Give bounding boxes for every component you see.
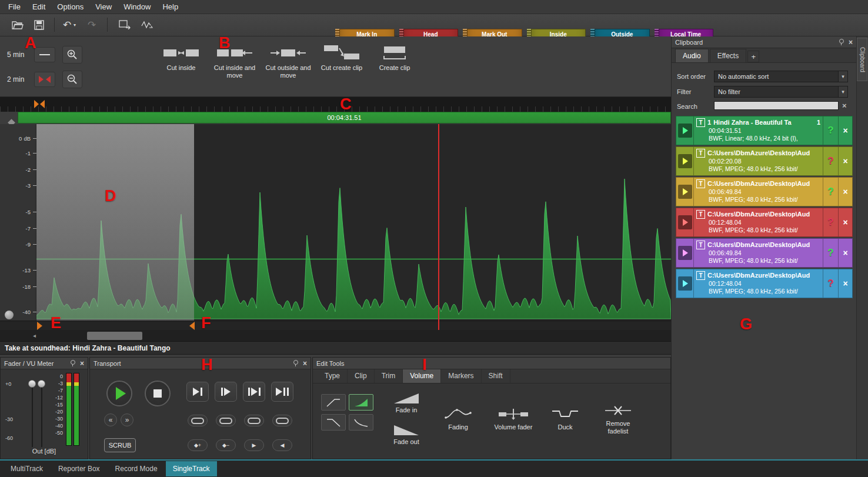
tab-effects[interactable]: Effects [710,49,746,62]
fade-out-button[interactable]: Fade out [383,420,430,451]
entry-delete-icon[interactable]: × [838,147,852,175]
menu-options[interactable]: Options [51,0,89,14]
sort-order-dropdown[interactable]: No automatic sort ▾ [714,71,848,82]
mark-in-handle-icon[interactable] [37,322,42,330]
prelisten-icon[interactable]: ? [823,239,838,267]
loop-button-2[interactable] [216,415,236,426]
tab-type[interactable]: Type [318,369,348,383]
cut-outside-and-move-button[interactable]: Cut outside and move [262,39,315,95]
entry-delete-icon[interactable]: × [838,239,852,267]
clipboard-entry-4[interactable]: TC:\Users\DbmAzure\Desktop\Aud 00:12:48.… [676,208,853,237]
loop-button-3[interactable] [244,415,264,426]
tab-multitrack[interactable]: MultiTrack [4,461,50,476]
scroll-left-arrow-icon[interactable]: ◂ [33,332,36,339]
cut-inside-button[interactable]: Cut inside [155,39,208,95]
menu-view[interactable]: View [89,0,118,14]
soundhead-marker-icon[interactable] [34,99,45,109]
prelisten-icon[interactable]: ? [823,116,838,145]
clipboard-dock-tab[interactable]: Clipboard [857,38,867,81]
zoom-out-button[interactable] [62,71,82,88]
entry-delete-icon[interactable]: × [838,208,852,236]
playhead-cursor[interactable] [438,124,439,330]
cut-inside-and-move-button[interactable]: Cut inside and move [208,39,261,95]
tab-markers[interactable]: Markers [441,369,481,383]
entry-play-button[interactable] [676,178,694,206]
clipboard-entry-6[interactable]: TC:\Users\DbmAzure\Desktop\Aud 00:12:48.… [676,269,853,298]
play-button[interactable] [106,381,132,406]
mark-out-handle-icon[interactable] [189,322,195,330]
fade-in-linear-button[interactable] [321,394,346,411]
forward-button[interactable]: » [121,413,133,426]
scrub-button[interactable]: SCRUB [104,438,136,452]
tab-record-mode[interactable]: Record Mode [108,461,165,476]
remove-fadelist-button[interactable]: Remove fadelist [591,390,645,449]
loop-button-4[interactable] [272,415,292,426]
clipboard-entry-1[interactable]: T1Hindi Zahra - Beautiful Ta1 00:04:31.5… [676,116,853,145]
tab-audio[interactable]: Audio [675,49,709,62]
horizontal-scrollbar[interactable]: ◂ [0,330,671,342]
entry-play-button[interactable] [676,147,694,175]
entry-play-button[interactable] [676,116,694,145]
timeline-ruler[interactable] [0,97,671,112]
play-over-mark-button[interactable] [243,382,265,402]
add-marker-button[interactable]: ◆+ [188,439,208,451]
fader-track[interactable] [41,382,42,447]
filter-dropdown[interactable]: No filter ▾ [714,86,848,98]
close-icon[interactable]: × [303,360,307,367]
add-tab-button[interactable]: + [747,51,759,62]
clipboard-entry-3[interactable]: TC:\Users\DbmAzure\Desktop\Aud 00:06:49.… [676,177,853,206]
fade-in-button[interactable]: Fade in [383,388,430,419]
volume-fader-button[interactable]: Volume fader [488,390,539,449]
rewind-button[interactable]: « [104,413,117,426]
entry-delete-icon[interactable]: × [838,116,852,145]
tab-reporter-box[interactable]: Reporter Box [51,461,107,476]
fader-track[interactable] [32,382,33,447]
prelisten-icon[interactable]: ? [823,269,838,298]
position-bar[interactable]: 00:04:31.51 [18,112,671,124]
prelisten-icon[interactable]: ? [823,178,838,206]
close-icon[interactable]: × [849,39,853,46]
selection-region[interactable] [36,124,194,321]
create-clip-button[interactable]: Create clip [368,39,421,95]
zoom-preset-5min[interactable]: 5 min [7,51,24,59]
step-back-button[interactable]: ◀ [272,439,292,451]
entry-play-button[interactable] [676,239,694,267]
step-forward-button[interactable]: ▶ [244,439,264,451]
menu-help[interactable]: Help [156,0,184,14]
entry-delete-icon[interactable]: × [838,178,852,206]
fader-knob-left[interactable] [28,380,36,388]
fading-button[interactable]: Fading [433,390,483,449]
tab-singletrack[interactable]: SingleTrack [166,461,217,476]
stop-button[interactable] [145,381,171,406]
entry-delete-icon[interactable]: × [838,269,852,298]
play-from-mark-button[interactable] [215,382,237,402]
undo-dropdown-icon[interactable]: ▾ [71,16,78,33]
save-icon[interactable] [31,16,47,33]
zoom-in-button[interactable] [62,46,82,64]
close-icon[interactable]: × [80,360,84,367]
tab-clip[interactable]: Clip [348,369,375,383]
duck-button[interactable]: Duck [544,390,586,449]
signal-edit-icon[interactable] [139,16,155,33]
play-to-mark-button[interactable] [186,382,209,402]
export-image-icon[interactable] [116,16,133,33]
menu-file[interactable]: File [2,0,26,14]
menu-edit[interactable]: Edit [26,0,51,14]
entry-play-button[interactable] [676,269,694,298]
flat-line-tool-button[interactable] [34,47,55,62]
prelisten-icon[interactable]: ? [823,208,838,236]
clipboard-entry-2[interactable]: TC:\Users\DbmAzure\Desktop\Aud 00:02:20.… [676,146,853,176]
clear-search-icon[interactable]: × [842,101,847,110]
clipboard-entry-5[interactable]: TC:\Users\DbmAzure\Desktop\Aud 00:06:49.… [676,238,853,268]
collapse-range-button[interactable] [34,72,55,87]
pin-icon[interactable] [838,39,844,45]
volume-knob[interactable] [5,311,14,319]
entry-play-button[interactable] [676,208,694,236]
tab-shift[interactable]: Shift [482,369,510,383]
search-input[interactable] [714,101,839,110]
redo-icon[interactable]: ↷ [84,16,100,33]
remove-marker-button[interactable]: ◆− [216,439,236,451]
open-folder-icon[interactable] [9,16,26,33]
menu-window[interactable]: Window [118,0,156,14]
fade-out-linear-button[interactable] [321,414,346,431]
